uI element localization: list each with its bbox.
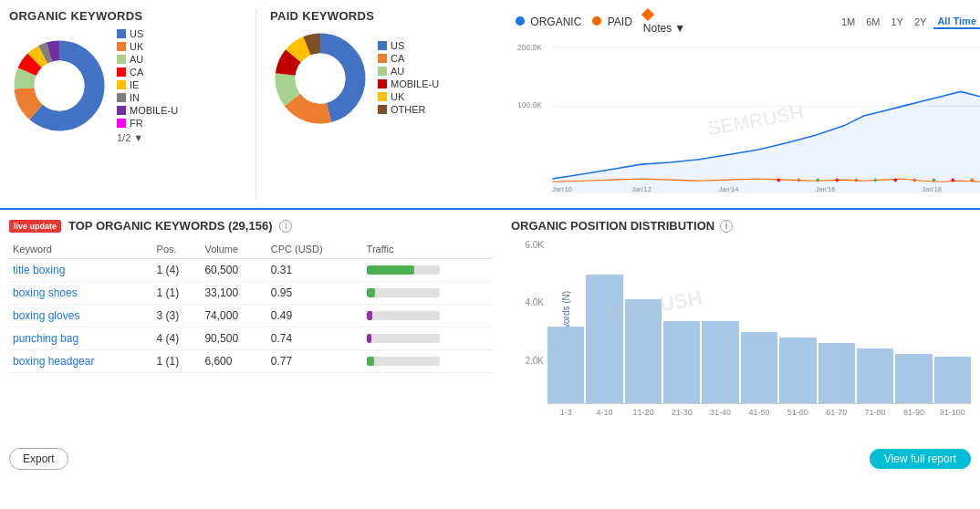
svg-text:◆: ◆ bbox=[873, 176, 878, 182]
bar bbox=[779, 338, 816, 403]
traffic-cell bbox=[363, 282, 493, 305]
table-row: punching bag 4 (4) 90,500 0.74 bbox=[9, 327, 493, 350]
table-row: boxing gloves 3 (3) 74,000 0.49 bbox=[9, 305, 493, 327]
svg-text:Jan'18: Jan'18 bbox=[922, 185, 942, 193]
col-keyword: Keyword bbox=[9, 240, 153, 259]
svg-text:100.0K: 100.0K bbox=[517, 100, 542, 109]
pos-cell: 4 (4) bbox=[153, 327, 202, 350]
keywords-table: Keyword Pos. Volume CPC (USD) Traffic ti… bbox=[9, 240, 493, 373]
paid-legend: US CA AU MOBILE-U UK OTHER bbox=[378, 40, 439, 117]
svg-text:◆: ◆ bbox=[835, 176, 839, 182]
bar bbox=[547, 327, 584, 403]
chart-legend: ORGANIC PAID Notes ▼ bbox=[516, 9, 685, 35]
bar bbox=[934, 357, 971, 403]
live-badge: live update bbox=[9, 220, 61, 233]
dist-info-icon[interactable]: i bbox=[720, 220, 733, 233]
notes-button[interactable]: Notes ▼ bbox=[643, 22, 685, 35]
organic-legend-label: ORGANIC bbox=[530, 16, 581, 28]
bar bbox=[586, 275, 622, 403]
bar bbox=[857, 348, 893, 403]
bar-label: 61-70 bbox=[818, 408, 855, 417]
volume-cell: 60,500 bbox=[201, 259, 266, 282]
cpc-cell: 0.49 bbox=[267, 305, 363, 327]
svg-point-16 bbox=[296, 54, 346, 104]
traffic-cell bbox=[363, 327, 493, 350]
export-button[interactable]: Export bbox=[9, 448, 68, 470]
bar-label: 41-50 bbox=[741, 408, 777, 417]
paid-keywords-section: PAID KEYWORDS bbox=[255, 9, 502, 199]
traffic-cell bbox=[363, 305, 493, 327]
pos-cell: 1 (4) bbox=[153, 259, 202, 282]
bar-label: 91-100 bbox=[934, 408, 971, 417]
svg-text:◆: ◆ bbox=[797, 176, 801, 182]
svg-text:◆: ◆ bbox=[951, 176, 955, 182]
svg-text:SEMRUSH: SEMRUSH bbox=[706, 101, 805, 139]
bar-label: 51-60 bbox=[779, 408, 816, 417]
svg-text:◆: ◆ bbox=[932, 176, 936, 182]
bar bbox=[702, 321, 738, 403]
volume-cell: 33,100 bbox=[201, 282, 266, 305]
page-indicator: 1/2 bbox=[117, 132, 130, 143]
time-1y[interactable]: 1Y bbox=[887, 15, 906, 29]
col-traffic: Traffic bbox=[363, 240, 493, 259]
volume-cell: 6,600 bbox=[201, 350, 266, 373]
time-2y[interactable]: 2Y bbox=[911, 15, 930, 29]
pos-cell: 3 (3) bbox=[153, 305, 202, 327]
organic-legend: US UK AU CA IE IN MOBILE-U FR 1/2 ▼ bbox=[117, 28, 178, 143]
organic-donut bbox=[9, 36, 109, 136]
keywords-table-section: live update TOP ORGANIC KEYWORDS (29,156… bbox=[9, 219, 493, 431]
bar-label: 81-90 bbox=[895, 408, 932, 417]
table-info-icon[interactable]: i bbox=[279, 220, 292, 233]
time-all[interactable]: All Time bbox=[933, 15, 980, 29]
svg-text:Jan'14: Jan'14 bbox=[719, 185, 739, 193]
svg-text:◆: ◆ bbox=[970, 176, 975, 182]
view-report-button[interactable]: View full report bbox=[870, 449, 971, 469]
col-cpc: CPC (USD) bbox=[267, 240, 363, 259]
line-chart-section: ORGANIC PAID Notes ▼ 1M 6M 1Y 2 bbox=[502, 9, 980, 199]
keyword-link[interactable]: title boxing bbox=[13, 264, 65, 276]
volume-cell: 90,500 bbox=[201, 327, 266, 350]
organic-title: ORGANIC KEYWORDS bbox=[9, 9, 255, 23]
paid-donut bbox=[270, 28, 370, 129]
time-range-buttons: 1M 6M 1Y 2Y All Time bbox=[838, 15, 980, 29]
keyword-link[interactable]: boxing headgear bbox=[13, 355, 94, 368]
bar-label: 71-80 bbox=[857, 408, 893, 417]
distribution-section: ORGANIC POSITION DISTRIBUTION i 6.0K 4.0… bbox=[511, 219, 971, 431]
traffic-cell bbox=[363, 259, 493, 282]
bar-label: 21-30 bbox=[663, 408, 700, 417]
keyword-link[interactable]: punching bag bbox=[13, 332, 78, 345]
time-6m[interactable]: 6M bbox=[862, 15, 883, 29]
volume-cell: 74,000 bbox=[201, 305, 266, 327]
svg-text:◆: ◆ bbox=[854, 176, 859, 182]
col-volume: Volume bbox=[201, 240, 266, 259]
svg-text:◆: ◆ bbox=[777, 176, 781, 182]
organic-keywords-section: ORGANIC KEYWORDS bbox=[9, 9, 255, 199]
keyword-link[interactable]: boxing gloves bbox=[13, 309, 79, 322]
bar bbox=[663, 321, 700, 403]
svg-text:Jan'16: Jan'16 bbox=[816, 185, 836, 193]
bar-label: 1-3 bbox=[547, 408, 584, 417]
time-1m[interactable]: 1M bbox=[838, 15, 859, 29]
svg-text:◆: ◆ bbox=[893, 176, 898, 182]
table-row: boxing shoes 1 (1) 33,100 0.95 bbox=[9, 282, 493, 305]
bottom-actions: Export View full report bbox=[0, 441, 980, 477]
bar bbox=[741, 332, 777, 403]
keyword-link[interactable]: boxing shoes bbox=[13, 286, 78, 299]
pos-cell: 1 (1) bbox=[153, 350, 202, 373]
bar bbox=[895, 354, 932, 403]
bar bbox=[625, 299, 662, 403]
svg-text:Jan'12: Jan'12 bbox=[631, 185, 652, 193]
bar bbox=[818, 343, 855, 403]
cpc-cell: 0.77 bbox=[267, 350, 363, 373]
line-chart: 200.0K 100.0K Jan'10 Jan'12 Jan'14 Jan'1… bbox=[516, 38, 980, 193]
traffic-cell bbox=[363, 350, 493, 373]
bar-label: 31-40 bbox=[702, 408, 738, 417]
dist-title-text: ORGANIC POSITION DISTRIBUTION bbox=[511, 219, 714, 233]
svg-point-9 bbox=[35, 61, 85, 111]
svg-text:◆: ◆ bbox=[816, 176, 820, 182]
cpc-cell: 0.95 bbox=[267, 282, 363, 305]
cpc-cell: 0.74 bbox=[267, 327, 363, 350]
col-pos: Pos. bbox=[153, 240, 202, 259]
svg-text:◆: ◆ bbox=[912, 176, 917, 182]
svg-text:200.0K: 200.0K bbox=[517, 43, 542, 52]
